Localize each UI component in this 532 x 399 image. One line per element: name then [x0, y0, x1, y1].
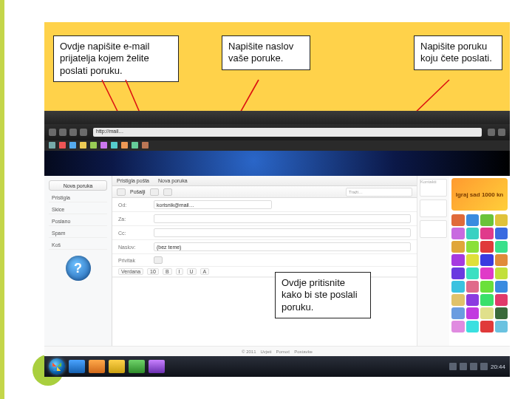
- ad-tile[interactable]: [466, 214, 480, 226]
- ad-tile[interactable]: [466, 321, 480, 332]
- tray-icon[interactable]: [460, 363, 467, 370]
- network-icon[interactable]: [470, 363, 477, 370]
- ad-tile[interactable]: [466, 294, 480, 306]
- ad-tile[interactable]: [480, 294, 494, 306]
- volume-icon[interactable]: [480, 363, 488, 370]
- bookmark-item[interactable]: [142, 142, 149, 149]
- ad-tile[interactable]: [466, 228, 480, 239]
- subject-field[interactable]: (bez teme): [154, 242, 411, 251]
- format-toolbar: Verdana 10 B I U A: [112, 267, 417, 277]
- help-icon[interactable]: ?: [66, 256, 91, 281]
- footer-link[interactable]: Uvjeti: [261, 349, 272, 354]
- message-body[interactable]: [112, 277, 417, 356]
- reload-icon[interactable]: [69, 129, 77, 136]
- ad-tile[interactable]: [495, 241, 508, 253]
- sidebar-item-inbox[interactable]: Pristigla: [49, 194, 107, 202]
- ad-tile[interactable]: [495, 254, 508, 266]
- back-icon[interactable]: [49, 129, 56, 136]
- underline-button[interactable]: U: [187, 268, 197, 275]
- sidebar-item-sent[interactable]: Poslano: [49, 217, 107, 226]
- bookmark-item[interactable]: [100, 142, 107, 149]
- taskbar-app[interactable]: [69, 360, 85, 373]
- ad-tile[interactable]: [480, 241, 494, 253]
- bookmark-item[interactable]: [111, 142, 117, 149]
- save-button[interactable]: [150, 188, 159, 196]
- sidebar-item-drafts[interactable]: Skice: [49, 205, 107, 214]
- url-input[interactable]: http://mail…: [93, 128, 482, 137]
- ad-tile[interactable]: [480, 321, 494, 332]
- browser-toolbar: http://mail…: [44, 124, 510, 140]
- taskbar-app[interactable]: [129, 360, 145, 373]
- tab-inbox[interactable]: Pristigla pošta: [117, 178, 149, 183]
- contacts-box[interactable]: [420, 200, 447, 217]
- bookmark-item[interactable]: [69, 142, 76, 149]
- compose-button[interactable]: Nova poruka: [49, 180, 107, 191]
- ad-tile[interactable]: [451, 254, 465, 266]
- bookmark-item[interactable]: [80, 142, 86, 149]
- ad-tile[interactable]: [480, 228, 494, 239]
- bold-button[interactable]: B: [163, 268, 172, 275]
- ad-tile[interactable]: [495, 228, 508, 239]
- ad-tile[interactable]: [495, 281, 508, 293]
- sidebar-item-trash[interactable]: Koš: [49, 241, 107, 250]
- footer-link[interactable]: Pomoć: [276, 349, 290, 354]
- bookmark-item[interactable]: [59, 142, 66, 149]
- color-button[interactable]: A: [200, 268, 210, 275]
- italic-button[interactable]: I: [176, 268, 183, 275]
- attach-label: Privitak: [118, 258, 149, 263]
- send-button[interactable]: [117, 188, 126, 196]
- subject-row: Naslov: (bez teme): [112, 240, 417, 254]
- attach-button[interactable]: [154, 256, 163, 264]
- taskbar-app[interactable]: [109, 360, 125, 373]
- ad-tile[interactable]: [466, 254, 480, 266]
- size-select[interactable]: 10: [147, 268, 159, 275]
- ad-tile[interactable]: [451, 307, 465, 319]
- tab-compose[interactable]: Nova poruka: [158, 178, 188, 183]
- ad-tile[interactable]: [480, 267, 494, 279]
- search-input[interactable]: Traži…: [346, 188, 412, 197]
- forward-icon[interactable]: [59, 129, 66, 136]
- ad-tile[interactable]: [480, 307, 494, 319]
- ad-banner[interactable]: Igraj sad 1000 kn: [451, 178, 508, 211]
- ad-tile[interactable]: [466, 241, 480, 253]
- ad-tile[interactable]: [480, 254, 494, 266]
- ad-tile[interactable]: [451, 267, 465, 279]
- menu-icon[interactable]: [498, 129, 505, 136]
- ad-tile[interactable]: [495, 307, 508, 319]
- ad-tile[interactable]: [451, 241, 465, 253]
- ad-tile[interactable]: [495, 294, 508, 306]
- ad-tile[interactable]: [451, 281, 465, 293]
- cc-field[interactable]: [154, 228, 411, 237]
- taskbar-app[interactable]: [149, 360, 165, 373]
- contacts-box[interactable]: [420, 220, 447, 238]
- bookmark-item[interactable]: [49, 142, 55, 149]
- ad-tile[interactable]: [451, 321, 465, 332]
- ad-tile[interactable]: [466, 281, 480, 293]
- from-field[interactable]: korisnik@mail…: [154, 200, 272, 209]
- ad-tile[interactable]: [495, 321, 508, 332]
- home-icon[interactable]: [80, 129, 87, 136]
- sidebar-item-spam[interactable]: Spam: [49, 229, 107, 238]
- ad-tile[interactable]: [466, 267, 480, 279]
- ad-tile[interactable]: [466, 307, 480, 319]
- ad-tile[interactable]: [495, 267, 508, 279]
- bookmark-icon[interactable]: [488, 129, 495, 136]
- tray-icon[interactable]: [449, 363, 457, 370]
- to-field[interactable]: [154, 214, 411, 223]
- start-button[interactable]: [49, 358, 65, 375]
- ad-tile[interactable]: [451, 294, 465, 306]
- ad-tile[interactable]: [480, 281, 494, 293]
- subject-label: Naslov:: [118, 245, 149, 250]
- ad-tile[interactable]: [495, 214, 508, 226]
- ad-tile[interactable]: [451, 228, 465, 239]
- mail-sidebar: Nova poruka Pristigla Skice Poslano Spam…: [44, 176, 112, 356]
- font-select[interactable]: Verdana: [118, 268, 143, 275]
- ad-tile[interactable]: [480, 214, 494, 226]
- footer-link[interactable]: Postavke: [294, 349, 313, 354]
- bookmark-item[interactable]: [90, 142, 97, 149]
- bookmark-item[interactable]: [132, 142, 138, 149]
- ad-tile[interactable]: [451, 214, 465, 226]
- taskbar-app[interactable]: [89, 360, 105, 373]
- cancel-button[interactable]: [163, 188, 172, 196]
- bookmark-item[interactable]: [121, 142, 128, 149]
